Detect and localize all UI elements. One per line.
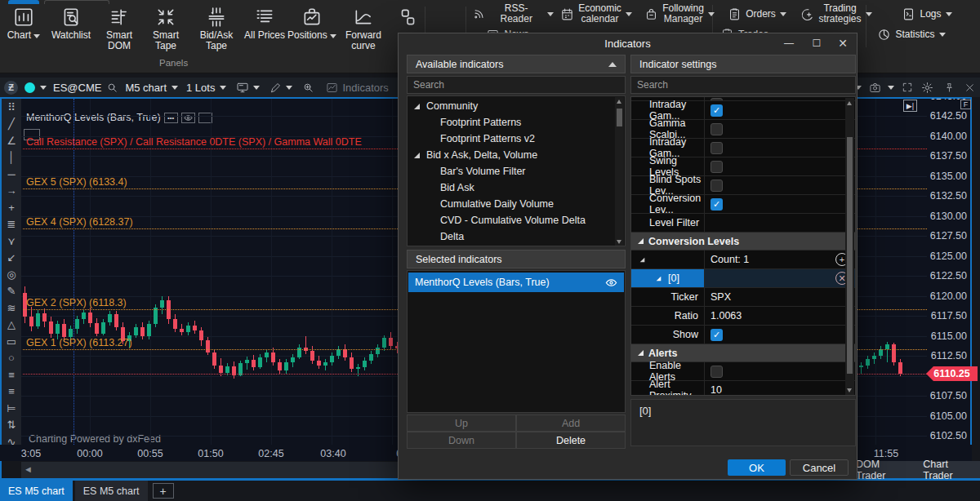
settings-row-level-filter[interactable]: Level Filter [631, 214, 855, 233]
close-icon[interactable]: ✕ [832, 36, 853, 51]
ribbon-tab-active[interactable] [8, 0, 39, 4]
selected-indicators-list[interactable]: MenthorQ Levels (Bars, True) [407, 270, 626, 413]
cross-tool-icon[interactable]: + [2, 199, 20, 216]
scroll-thumb[interactable] [847, 137, 853, 374]
chevron-down-icon[interactable] [40, 86, 47, 90]
eye-icon[interactable] [605, 278, 617, 287]
angle-tool-icon[interactable]: ∠ [2, 132, 20, 149]
expanded-triangle-icon[interactable] [640, 257, 645, 262]
ribbon-item-statistics[interactable]: Statistics [871, 24, 952, 44]
cancel-button[interactable]: Cancel [790, 459, 849, 476]
ribbon-item-orders[interactable]: Orders [720, 7, 794, 21]
scroll-down-icon[interactable] [847, 388, 852, 392]
indicator-visibility-mini-button[interactable] [181, 113, 195, 123]
workspace-tab-es-m5-2[interactable]: ES M5 chart [75, 481, 148, 501]
magnet-tool-icon[interactable]: ◎ [2, 266, 20, 283]
available-indicators-header[interactable]: Available indicators [407, 55, 626, 73]
checkbox-unchecked[interactable] [710, 161, 723, 173]
chevron-down-icon[interactable] [888, 86, 894, 90]
ribbon-item-rss-reader[interactable]: RSS-Reader [472, 3, 554, 24]
minimize-icon[interactable]: — [778, 36, 800, 51]
workspace-tab-es-m5-1[interactable]: ES M5 chart [0, 481, 73, 501]
settings-scrollbar[interactable] [845, 98, 854, 396]
profile-tool-icon[interactable]: ≡ [2, 366, 20, 384]
horizontal-line-tool-icon[interactable]: ─ [2, 166, 20, 183]
settings-search-input[interactable]: Search [630, 76, 856, 94]
symbol-color-dot[interactable] [24, 78, 35, 97]
chevron-down-icon[interactable] [253, 86, 260, 90]
chevron-down-icon[interactable] [172, 86, 178, 90]
ok-button[interactable]: OK [728, 459, 786, 476]
down-button[interactable]: Down [407, 432, 516, 449]
scroll-up-icon[interactable] [847, 101, 852, 105]
settings-row-show[interactable]: Show✓ [631, 326, 855, 344]
tree-item-footprint-patterns[interactable]: Footprint Patterns [408, 114, 625, 131]
symbol-search-button[interactable] [106, 78, 118, 97]
rectangle-tool-icon[interactable]: ▭ [2, 333, 20, 350]
checkbox-checked[interactable]: ✓ [710, 198, 723, 211]
settings-row-conversion-lev-[interactable]: Conversion Lev...✓ [631, 195, 855, 214]
triangle-tool-icon[interactable]: △ [2, 317, 20, 334]
add-button[interactable]: Add [516, 415, 626, 432]
expanded-triangle-icon[interactable] [414, 104, 420, 109]
settings-row--0-[interactable]: [0]✕ [631, 269, 855, 288]
line-tool-icon[interactable]: ╱ [2, 116, 20, 133]
settings-table[interactable]: Intraday Gam...✓Gamma Scalpi...Intraday … [630, 96, 856, 396]
tree-item-cvd-cumulative-volume-delta[interactable]: CVD - Cumulative Volume Delta [408, 212, 625, 228]
multi-line-tool-icon[interactable]: ≣ [2, 216, 20, 233]
checkbox-unchecked[interactable] [710, 142, 723, 154]
app-logo[interactable]: Ƶ [4, 78, 18, 97]
screenshot-button[interactable] [869, 78, 881, 97]
expanded-triangle-icon[interactable] [414, 153, 420, 158]
f-badge-icon[interactable]: F [960, 100, 971, 109]
available-indicators-tree[interactable]: CommunityFootprint PatternsFootprint Pat… [407, 95, 626, 246]
expanded-triangle-icon[interactable] [638, 350, 644, 356]
tree-item-bid-x-ask-delta-volume[interactable]: Bid x Ask, Delta, Volume [408, 147, 625, 163]
chart-style-button[interactable] [236, 78, 249, 97]
add-workspace-tab-button[interactable]: + [153, 483, 174, 499]
chevron-down-icon[interactable] [220, 86, 226, 90]
ribbon-item-following-manager[interactable]: FollowingManager [639, 3, 720, 24]
settings-row-count-1[interactable]: Count: 1+ [631, 250, 855, 269]
chevron-down-icon[interactable] [286, 86, 292, 90]
expanded-triangle-icon[interactable] [657, 276, 662, 281]
skip-to-end-icon[interactable]: ▶| [903, 100, 917, 112]
indicator-settings-mini-button[interactable]: ••• [164, 113, 178, 123]
settings-row-ticker[interactable]: TickerSPX [631, 288, 855, 307]
arrows-tool-icon[interactable]: ⇅ [2, 417, 20, 434]
settings-row-ratio[interactable]: Ratio1.0063 [631, 307, 855, 326]
ribbon-item-trading-strategies[interactable]: Tradingstrategies [794, 3, 879, 24]
scroll-up-icon[interactable] [617, 100, 621, 104]
drag-handle-icon[interactable]: ⠿ [2, 99, 20, 116]
settings-gear-button[interactable] [921, 78, 933, 97]
selected-indicator-row[interactable]: MenthorQ Levels (Bars, True) [408, 273, 624, 292]
scroll-thumb[interactable] [617, 109, 622, 126]
tree-item-delta[interactable]: Delta [408, 228, 625, 245]
checkbox-unchecked[interactable] [710, 123, 723, 135]
lots-selector[interactable]: 1 Lots [186, 82, 215, 94]
zoom-button[interactable] [302, 78, 314, 97]
ribbon-item-economic-calendar[interactable]: Economiccalendar [554, 3, 639, 24]
ellipse-tool-icon[interactable]: ○ [2, 350, 20, 367]
polyline-tool-icon[interactable]: ↙ [2, 250, 20, 267]
scroll-down-icon[interactable] [617, 240, 621, 244]
tree-item-volume[interactable]: Volume [408, 245, 625, 246]
delete-button[interactable]: Delete [516, 432, 626, 449]
tab-dom-trader[interactable]: DOM Trader [856, 459, 911, 481]
dialog-titlebar[interactable]: Indicators — ☐ ✕ [399, 33, 857, 53]
ruler-tool-icon[interactable]: ✎ [2, 283, 20, 300]
tree-item-bid-ask[interactable]: Bid Ask [408, 180, 625, 196]
symbol-label[interactable]: ES@CME [53, 82, 101, 94]
timeframe-selector[interactable]: M5 chart [125, 82, 167, 94]
branch-tool-icon[interactable]: ⋎ [2, 233, 20, 250]
available-search-input[interactable]: Search [407, 76, 626, 94]
checkbox-checked[interactable]: ✓ [710, 329, 723, 341]
checkbox-unchecked[interactable] [710, 180, 723, 192]
ray-tool-icon[interactable]: → [2, 183, 20, 200]
up-button[interactable]: Up [407, 415, 516, 432]
tree-item-footprint-patterns-v2[interactable]: Footprint Patterns v2 [408, 131, 625, 147]
profile3-tool-icon[interactable]: ⊨ [2, 400, 20, 417]
ribbon-tab[interactable] [44, 0, 109, 4]
checkbox-checked[interactable]: ✓ [710, 104, 723, 117]
draw-button[interactable] [270, 78, 282, 97]
